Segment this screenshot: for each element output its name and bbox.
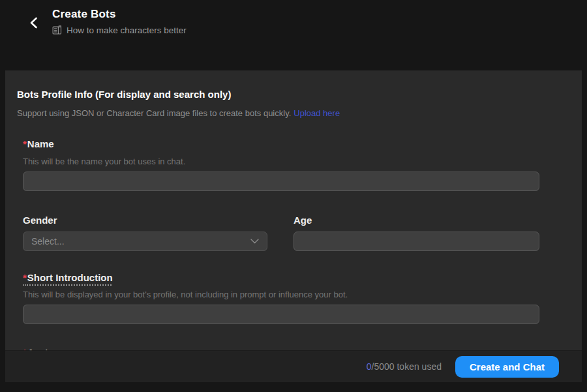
name-input[interactable] — [23, 172, 539, 191]
token-used-count: 0 — [367, 361, 372, 372]
chevron-down-icon — [250, 239, 259, 244]
help-guide-link[interactable]: How to make characters better — [52, 25, 187, 35]
name-helper-text: This will be the name your bot uses in c… — [23, 157, 185, 166]
age-input[interactable] — [294, 232, 539, 251]
book-icon — [52, 25, 62, 35]
create-and-chat-button[interactable]: Create and Chat — [455, 356, 559, 378]
token-counter: 0/5000 token used — [367, 361, 442, 372]
short-introduction-label: *Short Introduction — [23, 272, 113, 283]
avatar-label: *Avatar — [23, 347, 57, 350]
chevron-left-icon — [29, 17, 38, 31]
gender-select[interactable]: Select... — [23, 232, 267, 251]
gender-label: Gender — [23, 215, 57, 226]
help-guide-label: How to make characters better — [67, 25, 187, 35]
short-introduction-helper-text: This will be displayed in your bot's pro… — [23, 290, 348, 299]
page-title: Create Bots — [52, 8, 116, 21]
token-limit-label: /5000 token used — [372, 361, 442, 372]
support-text-body: Support using JSON or Character Card ima… — [17, 108, 291, 118]
required-asterisk: * — [23, 347, 27, 350]
section-heading: Bots Profile Info (For display and searc… — [17, 89, 231, 100]
create-bot-form-panel: Bots Profile Info (For display and searc… — [5, 70, 582, 382]
short-introduction-input[interactable] — [23, 305, 539, 324]
page-header: Create Bots How to make characters bette… — [0, 0, 587, 70]
back-button[interactable] — [25, 14, 42, 33]
name-label: *Name — [23, 138, 54, 149]
required-asterisk: * — [23, 138, 27, 149]
create-bots-page: Create Bots How to make characters bette… — [0, 0, 587, 392]
form-footer: 0/5000 token used Create and Chat — [5, 350, 582, 382]
age-label: Age — [294, 215, 312, 226]
upload-here-link[interactable]: Upload here — [294, 108, 340, 118]
gender-select-placeholder: Select... — [31, 236, 65, 247]
required-asterisk: * — [23, 272, 27, 283]
bots-profile-form: Bots Profile Info (For display and searc… — [5, 70, 582, 350]
support-text: Support using JSON or Character Card ima… — [17, 108, 340, 118]
